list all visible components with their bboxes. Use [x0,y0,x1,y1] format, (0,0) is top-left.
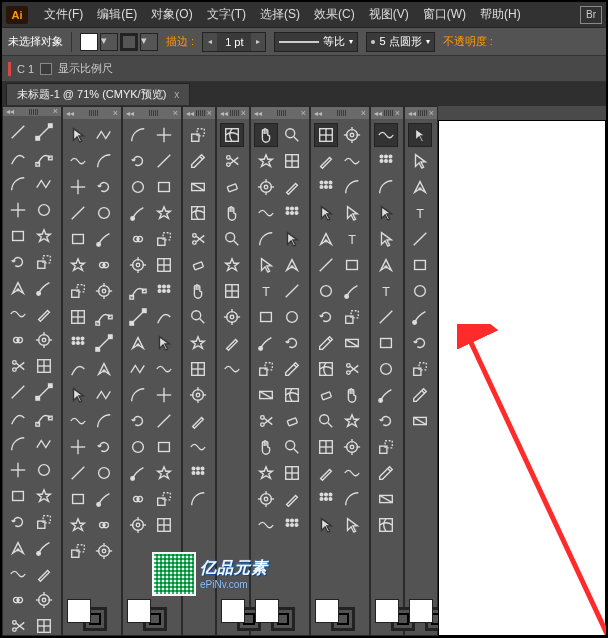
tool-button[interactable] [254,513,278,537]
fill-proxy[interactable] [409,599,433,623]
tool-button[interactable] [254,175,278,199]
tool-button[interactable] [152,175,176,199]
tool-button[interactable] [280,513,304,537]
tool-button[interactable] [314,383,338,407]
tool-button[interactable] [32,510,56,534]
tool-button[interactable] [126,513,150,537]
tool-button[interactable]: T [408,201,432,225]
tool-button[interactable] [340,175,364,199]
tool-button[interactable] [6,562,30,586]
collapse-icon[interactable]: ◂◂ [408,109,416,118]
grip-icon[interactable] [89,110,98,116]
tool-button[interactable] [6,380,30,404]
tool-button[interactable] [254,461,278,485]
document-tab[interactable]: 未标题-1 @ 71% (CMYK/预览) x [6,83,190,105]
tool-button[interactable] [6,198,30,222]
tool-button[interactable] [374,487,398,511]
tool-button[interactable] [186,461,210,485]
tool-button[interactable] [314,123,338,147]
tool-button[interactable] [152,383,176,407]
tool-button[interactable] [92,331,116,355]
tool-button[interactable] [6,510,30,534]
tool-button[interactable] [314,513,338,537]
tool-button[interactable] [126,331,150,355]
tool-button[interactable] [6,406,30,430]
tool-button[interactable] [126,253,150,277]
close-tab-icon[interactable]: x [174,89,179,100]
show-ruler-checkbox[interactable] [40,63,52,75]
tool-button[interactable] [6,250,30,274]
tool-button[interactable] [6,458,30,482]
tool-button[interactable] [32,276,56,300]
tool-button[interactable] [66,357,90,381]
close-icon[interactable]: × [429,109,434,118]
tool-button[interactable] [280,487,304,511]
opacity-label[interactable]: 不透明度 : [443,34,493,49]
tool-button[interactable] [66,435,90,459]
tool-button[interactable] [254,149,278,173]
tool-button[interactable] [314,331,338,355]
tool-button[interactable] [186,149,210,173]
panel-header[interactable]: ◂◂× [311,107,369,119]
tool-button[interactable] [340,383,364,407]
tool-button[interactable] [254,253,278,277]
tool-button[interactable] [126,279,150,303]
tool-button[interactable] [6,172,30,196]
tool-button[interactable] [340,461,364,485]
tool-button[interactable] [374,123,398,147]
tool-button[interactable] [340,253,364,277]
tool-button[interactable] [92,201,116,225]
tool-button[interactable] [126,201,150,225]
brush-select[interactable]: 5 点圆形 ▾ [366,32,434,52]
grip-icon[interactable] [277,110,286,116]
tool-button[interactable] [340,513,364,537]
tool-button[interactable] [314,175,338,199]
tool-button[interactable] [314,279,338,303]
tool-button[interactable] [280,305,304,329]
tool-button[interactable] [152,487,176,511]
panel-header[interactable]: ◂◂× [371,107,403,119]
fill-menu[interactable]: ▾ [100,33,118,51]
tool-button[interactable] [186,383,210,407]
tool-button[interactable] [66,461,90,485]
tool-button[interactable] [32,562,56,586]
tool-button[interactable] [126,383,150,407]
tool-button[interactable] [6,588,30,612]
tool-button[interactable] [92,409,116,433]
panel-header[interactable]: ◂◂× [183,107,215,119]
tool-button[interactable] [340,357,364,381]
tool-button[interactable] [152,357,176,381]
menu-file[interactable]: 文件(F) [38,4,89,25]
tool-button[interactable] [280,461,304,485]
tool-button[interactable] [126,227,150,251]
tool-button[interactable] [126,461,150,485]
fill-proxy[interactable] [221,599,245,623]
tool-button[interactable] [6,224,30,248]
tool-button[interactable] [92,357,116,381]
tool-button[interactable] [92,513,116,537]
tool-button[interactable] [314,487,338,511]
tool-button[interactable] [92,539,116,563]
tool-button[interactable] [32,354,56,378]
tool-button[interactable] [220,149,244,173]
close-icon[interactable]: × [361,109,366,118]
tool-button[interactable] [66,539,90,563]
tool-button[interactable] [374,513,398,537]
stroke-value[interactable]: 1 pt [217,36,251,48]
tool-button[interactable] [6,354,30,378]
tool-button[interactable] [32,432,56,456]
close-icon[interactable]: × [395,109,400,118]
tool-button[interactable] [374,409,398,433]
tool-button[interactable] [374,435,398,459]
tool-button[interactable] [152,253,176,277]
tool-button[interactable] [220,253,244,277]
tool-button[interactable] [280,409,304,433]
tool-button[interactable] [280,279,304,303]
tool-button[interactable] [6,614,30,638]
tool-button[interactable] [280,331,304,355]
fill-proxy[interactable] [315,599,339,623]
tool-button[interactable] [340,305,364,329]
tool-button[interactable] [152,305,176,329]
tool-button[interactable] [374,175,398,199]
menu-view[interactable]: 视图(V) [363,4,415,25]
